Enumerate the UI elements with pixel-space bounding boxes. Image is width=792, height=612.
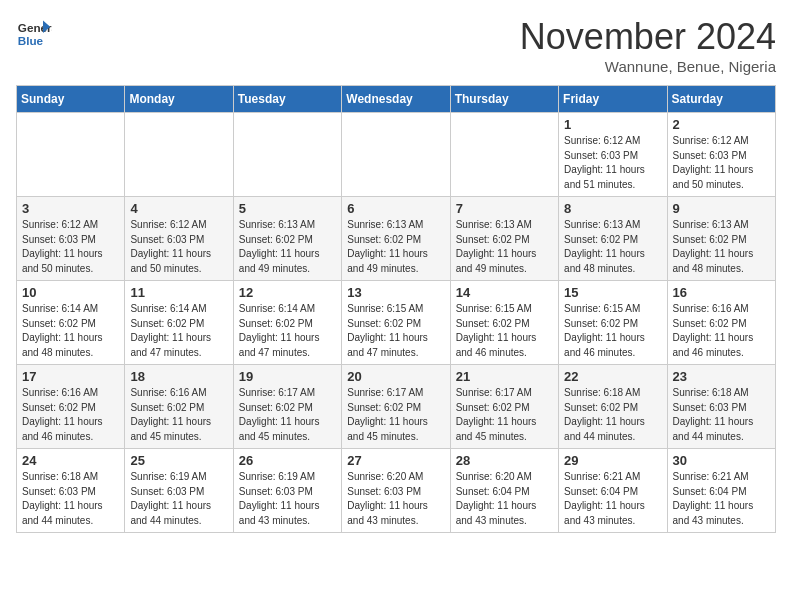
- page-header: General Blue November 2024 Wannune, Benu…: [16, 16, 776, 75]
- day-number: 13: [347, 285, 444, 300]
- day-info: Sunrise: 6:21 AM Sunset: 6:04 PM Dayligh…: [673, 470, 770, 528]
- day-number: 27: [347, 453, 444, 468]
- calendar-cell: 18Sunrise: 6:16 AM Sunset: 6:02 PM Dayli…: [125, 365, 233, 449]
- calendar-cell: 17Sunrise: 6:16 AM Sunset: 6:02 PM Dayli…: [17, 365, 125, 449]
- day-number: 23: [673, 369, 770, 384]
- day-number: 3: [22, 201, 119, 216]
- calendar-cell: [125, 113, 233, 197]
- calendar-week-1: 1Sunrise: 6:12 AM Sunset: 6:03 PM Daylig…: [17, 113, 776, 197]
- day-info: Sunrise: 6:13 AM Sunset: 6:02 PM Dayligh…: [239, 218, 336, 276]
- day-info: Sunrise: 6:20 AM Sunset: 6:04 PM Dayligh…: [456, 470, 553, 528]
- day-info: Sunrise: 6:12 AM Sunset: 6:03 PM Dayligh…: [22, 218, 119, 276]
- calendar-cell: 2Sunrise: 6:12 AM Sunset: 6:03 PM Daylig…: [667, 113, 775, 197]
- calendar-cell: 13Sunrise: 6:15 AM Sunset: 6:02 PM Dayli…: [342, 281, 450, 365]
- day-info: Sunrise: 6:14 AM Sunset: 6:02 PM Dayligh…: [130, 302, 227, 360]
- day-number: 4: [130, 201, 227, 216]
- day-info: Sunrise: 6:13 AM Sunset: 6:02 PM Dayligh…: [347, 218, 444, 276]
- calendar-cell: 20Sunrise: 6:17 AM Sunset: 6:02 PM Dayli…: [342, 365, 450, 449]
- day-info: Sunrise: 6:12 AM Sunset: 6:03 PM Dayligh…: [130, 218, 227, 276]
- location: Wannune, Benue, Nigeria: [520, 58, 776, 75]
- calendar-cell: 10Sunrise: 6:14 AM Sunset: 6:02 PM Dayli…: [17, 281, 125, 365]
- calendar-cell: 8Sunrise: 6:13 AM Sunset: 6:02 PM Daylig…: [559, 197, 667, 281]
- calendar-week-3: 10Sunrise: 6:14 AM Sunset: 6:02 PM Dayli…: [17, 281, 776, 365]
- day-number: 30: [673, 453, 770, 468]
- day-info: Sunrise: 6:16 AM Sunset: 6:02 PM Dayligh…: [673, 302, 770, 360]
- calendar-cell: [17, 113, 125, 197]
- calendar-cell: 25Sunrise: 6:19 AM Sunset: 6:03 PM Dayli…: [125, 449, 233, 533]
- day-info: Sunrise: 6:15 AM Sunset: 6:02 PM Dayligh…: [456, 302, 553, 360]
- calendar-cell: 4Sunrise: 6:12 AM Sunset: 6:03 PM Daylig…: [125, 197, 233, 281]
- day-info: Sunrise: 6:19 AM Sunset: 6:03 PM Dayligh…: [130, 470, 227, 528]
- col-thursday: Thursday: [450, 86, 558, 113]
- calendar-cell: 5Sunrise: 6:13 AM Sunset: 6:02 PM Daylig…: [233, 197, 341, 281]
- day-number: 2: [673, 117, 770, 132]
- day-info: Sunrise: 6:18 AM Sunset: 6:03 PM Dayligh…: [673, 386, 770, 444]
- day-number: 15: [564, 285, 661, 300]
- day-number: 1: [564, 117, 661, 132]
- day-number: 29: [564, 453, 661, 468]
- calendar-cell: 6Sunrise: 6:13 AM Sunset: 6:02 PM Daylig…: [342, 197, 450, 281]
- day-number: 24: [22, 453, 119, 468]
- col-friday: Friday: [559, 86, 667, 113]
- day-number: 21: [456, 369, 553, 384]
- day-info: Sunrise: 6:16 AM Sunset: 6:02 PM Dayligh…: [130, 386, 227, 444]
- day-number: 22: [564, 369, 661, 384]
- calendar-cell: 21Sunrise: 6:17 AM Sunset: 6:02 PM Dayli…: [450, 365, 558, 449]
- day-info: Sunrise: 6:12 AM Sunset: 6:03 PM Dayligh…: [673, 134, 770, 192]
- col-tuesday: Tuesday: [233, 86, 341, 113]
- day-number: 8: [564, 201, 661, 216]
- col-saturday: Saturday: [667, 86, 775, 113]
- calendar-cell: 9Sunrise: 6:13 AM Sunset: 6:02 PM Daylig…: [667, 197, 775, 281]
- day-number: 14: [456, 285, 553, 300]
- col-monday: Monday: [125, 86, 233, 113]
- day-info: Sunrise: 6:19 AM Sunset: 6:03 PM Dayligh…: [239, 470, 336, 528]
- calendar-cell: 15Sunrise: 6:15 AM Sunset: 6:02 PM Dayli…: [559, 281, 667, 365]
- calendar-cell: [450, 113, 558, 197]
- day-info: Sunrise: 6:15 AM Sunset: 6:02 PM Dayligh…: [347, 302, 444, 360]
- calendar-cell: 12Sunrise: 6:14 AM Sunset: 6:02 PM Dayli…: [233, 281, 341, 365]
- day-number: 28: [456, 453, 553, 468]
- calendar-cell: 22Sunrise: 6:18 AM Sunset: 6:02 PM Dayli…: [559, 365, 667, 449]
- day-info: Sunrise: 6:13 AM Sunset: 6:02 PM Dayligh…: [456, 218, 553, 276]
- calendar-table: Sunday Monday Tuesday Wednesday Thursday…: [16, 85, 776, 533]
- day-number: 10: [22, 285, 119, 300]
- day-number: 6: [347, 201, 444, 216]
- col-wednesday: Wednesday: [342, 86, 450, 113]
- calendar-cell: 27Sunrise: 6:20 AM Sunset: 6:03 PM Dayli…: [342, 449, 450, 533]
- col-sunday: Sunday: [17, 86, 125, 113]
- day-info: Sunrise: 6:13 AM Sunset: 6:02 PM Dayligh…: [673, 218, 770, 276]
- calendar-cell: 28Sunrise: 6:20 AM Sunset: 6:04 PM Dayli…: [450, 449, 558, 533]
- logo-icon: General Blue: [16, 16, 52, 52]
- day-info: Sunrise: 6:18 AM Sunset: 6:02 PM Dayligh…: [564, 386, 661, 444]
- day-info: Sunrise: 6:12 AM Sunset: 6:03 PM Dayligh…: [564, 134, 661, 192]
- calendar-cell: 3Sunrise: 6:12 AM Sunset: 6:03 PM Daylig…: [17, 197, 125, 281]
- day-number: 25: [130, 453, 227, 468]
- day-number: 16: [673, 285, 770, 300]
- title-block: November 2024 Wannune, Benue, Nigeria: [520, 16, 776, 75]
- day-info: Sunrise: 6:15 AM Sunset: 6:02 PM Dayligh…: [564, 302, 661, 360]
- day-number: 17: [22, 369, 119, 384]
- day-info: Sunrise: 6:14 AM Sunset: 6:02 PM Dayligh…: [22, 302, 119, 360]
- day-info: Sunrise: 6:17 AM Sunset: 6:02 PM Dayligh…: [239, 386, 336, 444]
- day-info: Sunrise: 6:18 AM Sunset: 6:03 PM Dayligh…: [22, 470, 119, 528]
- day-number: 12: [239, 285, 336, 300]
- calendar-week-5: 24Sunrise: 6:18 AM Sunset: 6:03 PM Dayli…: [17, 449, 776, 533]
- calendar-cell: 19Sunrise: 6:17 AM Sunset: 6:02 PM Dayli…: [233, 365, 341, 449]
- calendar-cell: 14Sunrise: 6:15 AM Sunset: 6:02 PM Dayli…: [450, 281, 558, 365]
- day-info: Sunrise: 6:20 AM Sunset: 6:03 PM Dayligh…: [347, 470, 444, 528]
- logo: General Blue: [16, 16, 52, 52]
- day-number: 9: [673, 201, 770, 216]
- calendar-cell: 29Sunrise: 6:21 AM Sunset: 6:04 PM Dayli…: [559, 449, 667, 533]
- calendar-cell: 24Sunrise: 6:18 AM Sunset: 6:03 PM Dayli…: [17, 449, 125, 533]
- day-number: 5: [239, 201, 336, 216]
- day-number: 11: [130, 285, 227, 300]
- day-number: 19: [239, 369, 336, 384]
- day-info: Sunrise: 6:14 AM Sunset: 6:02 PM Dayligh…: [239, 302, 336, 360]
- calendar-cell: 30Sunrise: 6:21 AM Sunset: 6:04 PM Dayli…: [667, 449, 775, 533]
- calendar-cell: 16Sunrise: 6:16 AM Sunset: 6:02 PM Dayli…: [667, 281, 775, 365]
- day-number: 18: [130, 369, 227, 384]
- day-number: 20: [347, 369, 444, 384]
- svg-text:Blue: Blue: [18, 34, 44, 47]
- header-row: Sunday Monday Tuesday Wednesday Thursday…: [17, 86, 776, 113]
- calendar-week-2: 3Sunrise: 6:12 AM Sunset: 6:03 PM Daylig…: [17, 197, 776, 281]
